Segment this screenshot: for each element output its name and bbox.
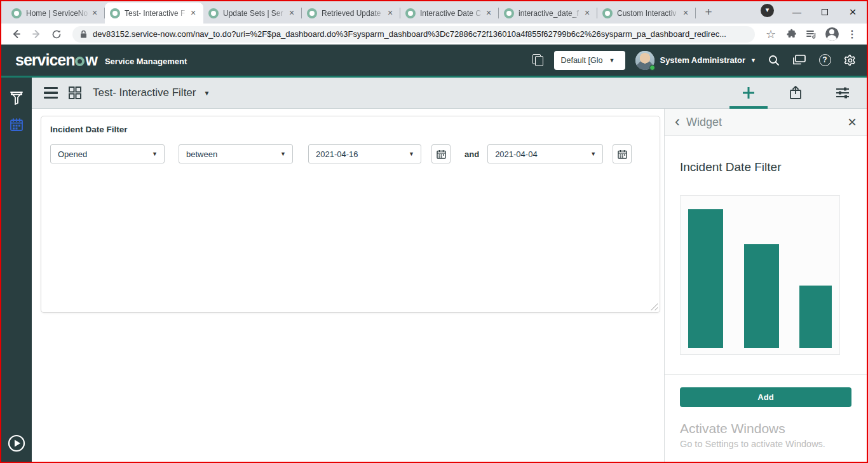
interactive-filter-funnel-icon[interactable]: [1, 85, 32, 111]
global-search-icon[interactable]: [766, 53, 782, 68]
tab-custom-interactive[interactable]: Custom Interactiv ×: [597, 3, 696, 24]
field-select-value: Opened: [58, 149, 87, 159]
date-to-value: 2021-04-04: [495, 149, 538, 159]
dashboard-picker-grid-icon[interactable]: [65, 83, 85, 103]
add-widget-button[interactable]: Add: [680, 387, 851, 407]
chevron-down-icon: ▼: [590, 151, 596, 157]
tab-close-icon[interactable]: ×: [385, 8, 395, 18]
tab-label: interactive_date_f: [519, 9, 582, 18]
header-right-controls: Default [Glo ▼ System Administrator ▼ ?: [532, 51, 858, 70]
tab-close-icon[interactable]: ×: [484, 8, 494, 18]
and-label: and: [465, 149, 479, 159]
dashboard-settings-sliders-button[interactable]: [830, 78, 855, 109]
chevron-down-icon: ▼: [409, 151, 414, 157]
widget-resize-handle[interactable]: [649, 302, 658, 310]
chevron-down-icon[interactable]: ▼: [204, 90, 210, 97]
presence-dot: [649, 65, 655, 71]
chevron-down-icon: ▼: [280, 151, 286, 157]
widget-preview-chart: [680, 195, 840, 355]
field-select[interactable]: Opened ▼: [50, 144, 165, 163]
panel-close-icon[interactable]: ×: [848, 114, 857, 130]
preview-bar: [688, 209, 723, 348]
browser-menu-kebab-icon[interactable]: ⋮: [844, 26, 860, 43]
tab-label: Test- Interactive F: [125, 9, 188, 18]
reading-list-icon[interactable]: [803, 26, 820, 43]
user-menu[interactable]: System Administrator ▼: [635, 51, 756, 70]
operator-select[interactable]: between ▼: [179, 144, 293, 163]
browser-profile-avatar[interactable]: [824, 26, 840, 43]
forward-icon[interactable]: [28, 26, 44, 43]
tab-close-icon[interactable]: ×: [287, 8, 297, 18]
watermark-subtitle: Go to Settings to activate Windows.: [680, 439, 851, 449]
date-from-value: 2021-04-16: [316, 149, 358, 159]
preview-bar: [799, 286, 832, 348]
watermark-title: Activate Windows: [680, 421, 851, 436]
question-mark: ?: [819, 54, 831, 66]
date-from-calendar-button[interactable]: [431, 144, 451, 163]
tab-update-sets[interactable]: Update Sets | Ser ×: [203, 3, 302, 24]
widget-panel-header: ‹ Widget ×: [665, 109, 867, 136]
tab-close-icon[interactable]: ×: [681, 8, 691, 18]
dashboard-title[interactable]: Test- Interactive Filter: [93, 86, 196, 99]
update-set-value: Default [Glo: [560, 56, 602, 65]
user-name: System Administrator: [660, 55, 745, 65]
tab-interactive-date[interactable]: Interactive Date C ×: [400, 3, 499, 24]
browser-update-icon[interactable]: ▾: [761, 4, 774, 17]
panel-title: Widget: [686, 116, 722, 129]
tab-retrieved-update[interactable]: Retrieved Update ×: [302, 3, 400, 24]
screen: Home | ServiceNo × Test- Interactive F ×…: [0, 0, 868, 463]
selected-widget-name: Incident Date Filter: [680, 160, 851, 174]
date-to-select[interactable]: 2021-04-04 ▼: [487, 144, 603, 163]
left-sidebar: [1, 78, 32, 462]
chevron-left-icon[interactable]: ‹: [675, 114, 680, 129]
window-close-button[interactable]: ×: [839, 1, 867, 22]
share-export-button[interactable]: [783, 78, 808, 109]
reload-icon[interactable]: [48, 26, 65, 43]
servicenow-logo: servicenw: [15, 51, 97, 69]
browser-address-bar: dev83152.service-now.com/nav_to.do?uri=%…: [1, 24, 867, 45]
extensions-icon[interactable]: [783, 26, 799, 43]
url-text: dev83152.service-now.com/nav_to.do?uri=%…: [93, 29, 726, 39]
tab-label: Interactive Date C: [420, 9, 484, 18]
user-avatar: [635, 51, 654, 70]
connect-chat-icon[interactable]: [792, 53, 807, 68]
add-widget-plus-button[interactable]: [736, 78, 761, 109]
tab-label: Retrieved Update: [322, 9, 385, 18]
dashboard-toolbar: Test- Interactive Filter ▼: [32, 78, 867, 109]
split-screen-icon[interactable]: [532, 54, 544, 67]
preview-bar: [744, 244, 779, 348]
date-to-calendar-button[interactable]: [613, 144, 632, 163]
chevron-down-icon: ▼: [750, 57, 756, 64]
tab-close-icon[interactable]: ×: [188, 8, 198, 18]
tab-home[interactable]: Home | ServiceNo ×: [6, 3, 105, 24]
tab-label: Custom Interactiv: [617, 9, 681, 18]
dashboard-menu-hamburger-icon[interactable]: [41, 83, 61, 103]
servicenow-favicon-icon: [11, 8, 22, 18]
operator-select-value: between: [186, 149, 217, 159]
date-from-select[interactable]: 2021-04-16 ▼: [308, 144, 421, 163]
tab-close-icon[interactable]: ×: [582, 8, 592, 18]
browser-tab-strip: Home | ServiceNo × Test- Interactive F ×…: [1, 1, 867, 24]
window-minimize-button[interactable]: —: [783, 1, 811, 22]
tab-interactive-date-f[interactable]: interactive_date_f ×: [499, 3, 597, 24]
guided-tour-play-icon[interactable]: [1, 430, 32, 457]
back-icon[interactable]: [8, 26, 24, 43]
avatar: [825, 27, 839, 41]
tab-close-icon[interactable]: ×: [90, 8, 100, 18]
url-omnibox[interactable]: dev83152.service-now.com/nav_to.do?uri=%…: [72, 26, 755, 43]
update-set-selector[interactable]: Default [Glo ▼: [554, 51, 625, 70]
tab-test-interactive-filter[interactable]: Test- Interactive F ×: [105, 3, 203, 24]
activate-windows-watermark: Activate Windows Go to Settings to activ…: [680, 421, 851, 449]
window-maximize-button[interactable]: [811, 1, 839, 22]
chevron-down-icon: ▼: [152, 151, 158, 157]
bookmark-star-icon[interactable]: ☆: [763, 26, 779, 43]
servicenow-favicon-icon: [208, 8, 219, 18]
new-tab-button[interactable]: +: [700, 4, 717, 22]
date-widget-calendar-icon[interactable]: [1, 111, 32, 138]
maximize-icon: [822, 9, 828, 15]
logo-o-ring: [75, 57, 85, 66]
hamburger-lines: [44, 87, 58, 99]
help-icon[interactable]: ?: [817, 53, 832, 68]
settings-gear-icon[interactable]: [843, 53, 858, 68]
panel-divider: [665, 374, 867, 375]
